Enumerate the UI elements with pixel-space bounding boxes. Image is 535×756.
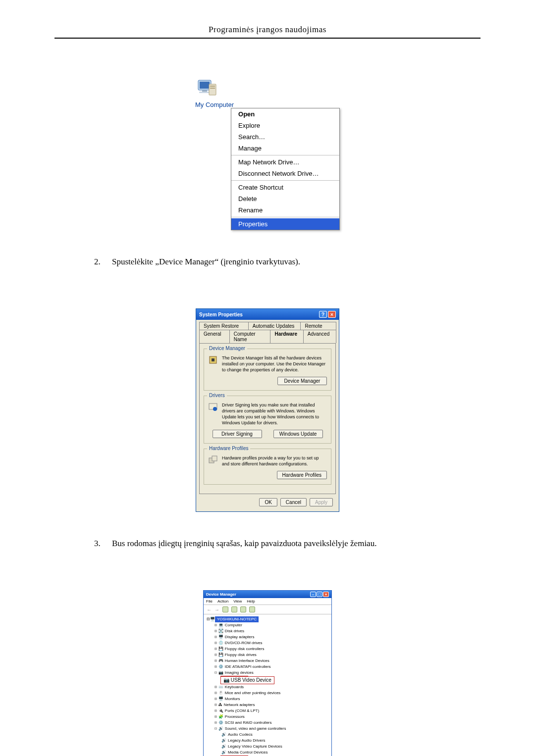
hardware-profiles-button[interactable]: Hardware Profiles <box>277 471 327 479</box>
help-icon[interactable]: ? <box>319 311 327 318</box>
devmgr-menubar: File Action View Help <box>204 598 331 605</box>
figure-device-manager: Device Manager – □ × File Action View He… <box>54 590 481 756</box>
ctx-open[interactable]: Open <box>231 108 339 120</box>
menu-help[interactable]: Help <box>247 599 255 604</box>
svg-rect-1 <box>200 82 210 89</box>
tab-general[interactable]: General <box>199 330 230 343</box>
node-ports[interactable]: ⊞🔌Ports (COM & LPT) <box>207 708 328 714</box>
my-computer-icon-block[interactable]: My Computer <box>195 78 234 108</box>
tree-root[interactable]: YOSHIKUNI-NOTEPC <box>215 616 259 622</box>
step-3: 3. Bus rodomas įdiegtų įrenginių sąrašas… <box>94 537 481 551</box>
tab-computer-name[interactable]: Computer Name <box>229 330 271 343</box>
devmgr-toolbar: ← → <box>204 605 331 614</box>
toolbar-icon[interactable] <box>231 606 237 612</box>
node-network[interactable]: ⊞🖧Network adapters <box>207 702 328 708</box>
ctx-shortcut[interactable]: Create Shortcut <box>231 182 339 193</box>
menu-view[interactable]: View <box>233 599 242 604</box>
node-display[interactable]: ⊞🖥️Display adapters <box>207 634 328 640</box>
ctx-map-drive[interactable]: Map Network Drive… <box>231 156 339 168</box>
step-2: 2. Spustelėkite „Device Manager“ (įrengi… <box>94 255 481 269</box>
windows-update-button[interactable]: Windows Update <box>273 430 323 438</box>
menu-file[interactable]: File <box>206 599 213 604</box>
page-header-text: Programinės įrangos naudojimas <box>209 25 326 34</box>
group-drivers: Drivers Driver Signing lets you make sur… <box>204 396 331 444</box>
svg-rect-8 <box>212 358 214 361</box>
step-2-text: Spustelėkite „Device Manager“ (įrenginio… <box>112 255 481 269</box>
ctx-explore[interactable]: Explore <box>231 120 339 131</box>
node-disk[interactable]: ⊞💽Disk drives <box>207 628 328 634</box>
tab-system-restore[interactable]: System Restore <box>199 322 249 330</box>
toolbar-icon[interactable] <box>222 606 228 612</box>
computer-icon <box>195 78 218 100</box>
tab-automatic-updates[interactable]: Automatic Updates <box>248 322 301 330</box>
forward-icon[interactable]: → <box>214 607 219 612</box>
device-manager-button[interactable]: Device Manager <box>277 377 327 385</box>
node-mice[interactable]: ⊞🖱️Mice and other pointing devices <box>207 690 328 696</box>
back-icon[interactable]: ← <box>207 607 212 612</box>
ctx-delete[interactable]: Delete <box>231 193 339 204</box>
svg-rect-3 <box>199 92 210 93</box>
node-imaging[interactable]: ⊟📷Imaging devices <box>207 670 328 676</box>
node-legacyaudio[interactable]: 🔊Legacy Audio Drivers <box>207 738 328 744</box>
ctx-separator <box>231 217 339 217</box>
step-3-num: 3. <box>94 537 112 551</box>
my-computer-label: My Computer <box>195 101 234 108</box>
group-device-manager-title: Device Manager <box>207 346 247 351</box>
apply-button[interactable]: Apply <box>310 498 333 506</box>
node-scsi[interactable]: ⊞⚙️SCSI and RAID controllers <box>207 720 328 726</box>
driver-signing-button[interactable]: Driver Signing <box>213 430 262 438</box>
svg-rect-5 <box>210 86 215 87</box>
dialog-titlebar: System Properties ? × <box>196 309 339 320</box>
ctx-disconnect-drive[interactable]: Disconnect Network Drive… <box>231 168 339 179</box>
node-floppyctrl[interactable]: ⊞💾Floppy disk controllers <box>207 646 328 652</box>
node-computer[interactable]: ⊞💻Computer <box>207 622 328 628</box>
tab-hardware[interactable]: Hardware <box>270 330 303 343</box>
node-hid[interactable]: ⊞🎮Human Interface Devices <box>207 658 328 664</box>
toolbar-icon[interactable] <box>240 606 246 612</box>
group-drivers-title: Drivers <box>207 393 227 398</box>
node-ide[interactable]: ⊞⚙️IDE ATA/ATAPI controllers <box>207 664 328 670</box>
maximize-icon[interactable]: □ <box>317 592 322 597</box>
ok-button[interactable]: OK <box>259 498 277 506</box>
devmgr-titlebar: Device Manager – □ × <box>204 591 331 598</box>
ctx-properties[interactable]: Properties <box>231 218 339 230</box>
device-manager-window: Device Manager – □ × File Action View He… <box>203 590 332 756</box>
tab-body: Device Manager The Device Manager lists … <box>199 343 336 494</box>
ctx-rename[interactable]: Rename <box>231 204 339 216</box>
ctx-manage[interactable]: Manage <box>231 143 339 154</box>
minimize-icon[interactable]: – <box>310 592 316 597</box>
ctx-separator <box>231 155 339 155</box>
ctx-search[interactable]: Search… <box>231 131 339 143</box>
toolbar-icon[interactable] <box>249 606 255 612</box>
svg-rect-6 <box>210 88 215 89</box>
node-dvd[interactable]: ⊞💿DVD/CD-ROM drives <box>207 640 328 646</box>
svg-rect-2 <box>202 90 207 92</box>
close-icon[interactable]: × <box>328 311 336 318</box>
node-keyboards[interactable]: ⊞⌨️Keyboards <box>207 684 328 690</box>
node-floppy[interactable]: ⊞💾Floppy disk drives <box>207 652 328 658</box>
node-monitors[interactable]: ⊞🖥️Monitors <box>207 696 328 702</box>
node-legacyvideo[interactable]: 🔊Legacy Video Capture Devices <box>207 744 328 750</box>
node-processors[interactable]: ⊞🧩Processors <box>207 714 328 720</box>
node-audiocodec[interactable]: 🔊Audio Codecs <box>207 732 328 738</box>
tabs-row-2: General Computer Name Hardware Advanced <box>196 330 339 343</box>
menu-action[interactable]: Action <box>217 599 228 604</box>
node-sound[interactable]: ⊟🔊Sound, video and game controllers <box>207 726 328 732</box>
close-icon[interactable]: × <box>323 592 329 597</box>
group-drivers-desc: Driver Signing lets you make sure that i… <box>222 402 327 426</box>
node-mediactrl[interactable]: 🔊Media Control Devices <box>207 750 328 756</box>
tabs-row-1: System Restore Automatic Updates Remote <box>196 320 339 330</box>
tab-advanced[interactable]: Advanced <box>303 330 336 343</box>
computer-icon: 🖥️ <box>210 617 215 621</box>
dialog-title: System Properties <box>199 312 243 317</box>
group-device-manager-desc: The Device Manager lists all the hardwar… <box>222 355 327 373</box>
step-3-text: Bus rodomas įdiegtų įrenginių sąrašas, k… <box>112 537 481 551</box>
device-tree: ⊟🖥️YOSHIKUNI-NOTEPC ⊞💻Computer ⊞💽Disk dr… <box>204 614 331 756</box>
cancel-button[interactable]: Cancel <box>280 498 307 506</box>
figure-system-properties: System Properties ? × System Restore Aut… <box>54 308 481 512</box>
figure-my-computer-context-menu: My Computer Open Explore Search… Manage … <box>54 78 481 230</box>
step-2-num: 2. <box>94 255 112 269</box>
svg-rect-12 <box>212 456 217 461</box>
tab-remote[interactable]: Remote <box>300 322 336 330</box>
group-hardware-profiles: Hardware Profiles Hardware profiles prov… <box>204 449 331 485</box>
